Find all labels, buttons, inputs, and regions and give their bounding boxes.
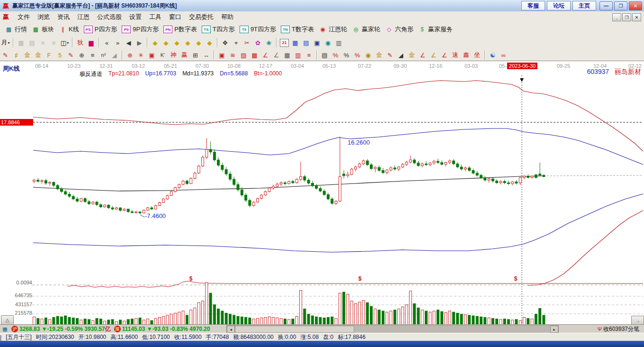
toolbar-item-P四方形[interactable]: PSP四方形 bbox=[84, 25, 117, 34]
su-icon[interactable]: 速 bbox=[450, 50, 460, 60]
grid3-icon[interactable]: ▥ bbox=[293, 50, 303, 60]
grid2-icon[interactable]: ▦ bbox=[282, 50, 292, 60]
menu-item-帮助[interactable]: 帮助 bbox=[217, 12, 237, 22]
playback-last-icon[interactable]: » bbox=[113, 38, 123, 47]
toolbar-item-江恩轮[interactable]: ◉江恩轮 bbox=[319, 25, 347, 34]
calendar-21-icon[interactable]: 21 bbox=[279, 38, 289, 47]
printer-icon[interactable]: ▥ bbox=[334, 38, 344, 47]
diamond-all-icon[interactable]: ◆ bbox=[205, 38, 215, 47]
quotes-grid-icon[interactable]: ▦ bbox=[1, 326, 9, 332]
k-mark-icon[interactable]: K' bbox=[158, 50, 168, 60]
gold-2-icon[interactable]: 金 bbox=[33, 50, 43, 60]
toolbar-item-9T四方形[interactable]: T99T四方形 bbox=[240, 25, 276, 34]
h-measure-icon[interactable]: ↔ bbox=[201, 50, 211, 60]
scrollbar-thumb[interactable] bbox=[235, 326, 354, 333]
box-grid-icon[interactable]: ▣ bbox=[147, 50, 157, 60]
menu-item-工具[interactable]: 工具 bbox=[145, 12, 165, 22]
doc-view-icon[interactable]: ▤ bbox=[27, 38, 37, 47]
angle-f-icon[interactable]: ∠ bbox=[429, 50, 438, 60]
tick-feed-status[interactable]: Ψ 收603937分笔 bbox=[598, 325, 639, 333]
xin-icon[interactable]: 鑫 bbox=[461, 50, 471, 60]
five-tool-icon[interactable]: 5 bbox=[55, 50, 65, 60]
diamond-right-icon[interactable]: ◆ bbox=[161, 38, 171, 47]
angle-gold-icon[interactable]: ∠ bbox=[439, 50, 449, 60]
gold3-icon[interactable]: 金 bbox=[374, 50, 384, 60]
toolbar-item-赢家轮[interactable]: ◎赢家轮 bbox=[352, 25, 380, 34]
save-icon[interactable]: ▣ bbox=[312, 38, 322, 47]
pct1-icon[interactable]: % bbox=[331, 50, 340, 60]
calculator-icon[interactable]: ▦ bbox=[290, 38, 300, 47]
gold-grid-icon[interactable]: ♯ bbox=[11, 50, 21, 60]
pen3-tool-icon[interactable]: ✎ bbox=[385, 50, 395, 60]
kline-marker-icon[interactable]: 狄 bbox=[75, 38, 85, 47]
menu-item-浏览[interactable]: 浏览 bbox=[34, 12, 54, 22]
scroll-right-button[interactable]: → bbox=[631, 316, 644, 325]
toolbar-item-K线[interactable]: ∥K线 bbox=[59, 25, 79, 34]
shen-icon[interactable]: 神 bbox=[169, 50, 179, 60]
toolbar-item-赢家服务[interactable]: $赢家服务 bbox=[418, 25, 453, 34]
menu-item-公式选股[interactable]: 公式选股 bbox=[93, 12, 125, 22]
mdi-close-button[interactable]: ✕ bbox=[632, 13, 641, 21]
bars3-icon[interactable]: ≡ bbox=[38, 38, 48, 47]
pen2-tool-icon[interactable]: ✎ bbox=[66, 50, 76, 60]
ruler-grid-icon[interactable]: ⊞ bbox=[190, 50, 200, 60]
star-grid-icon[interactable]: ✳ bbox=[136, 50, 146, 60]
diamond-cross-icon[interactable]: ◆ bbox=[194, 38, 204, 47]
rays-icon[interactable]: ≋ bbox=[228, 50, 238, 60]
mdi-restore-button[interactable]: ❐ bbox=[622, 13, 631, 21]
flower-teal-icon[interactable]: ❀ bbox=[264, 38, 274, 47]
candle-style-selector[interactable]: ◫▾ bbox=[60, 38, 70, 47]
chart-area[interactable]: $$$16.2600-7.4600 08-1410-2312-3103-1205… bbox=[0, 61, 644, 325]
toolbar-item-行情[interactable]: ▦行情 bbox=[5, 25, 27, 34]
gold-1-icon[interactable]: 金 bbox=[22, 50, 32, 60]
mdi-minimize-button[interactable]: _ bbox=[612, 13, 621, 21]
toolbar-item-T数字表[interactable]: TNT数字表 bbox=[281, 25, 314, 34]
period-selector[interactable]: 月▾ bbox=[0, 38, 10, 47]
close-button[interactable]: ✕ bbox=[629, 1, 642, 10]
yinyang-icon[interactable]: ☯ bbox=[488, 50, 498, 60]
diamond-v-icon[interactable]: ◆ bbox=[183, 38, 193, 47]
gann-circle-icon[interactable]: ⊕ bbox=[125, 50, 135, 60]
menu-item-设置[interactable]: 设置 bbox=[125, 12, 145, 22]
scissors-tool-icon[interactable]: ✂ bbox=[242, 38, 252, 47]
gold4-icon[interactable]: 金 bbox=[407, 50, 417, 60]
angle2-icon[interactable]: ∠ bbox=[271, 50, 281, 60]
grid-view-icon[interactable]: ▦ bbox=[16, 38, 26, 47]
menu-item-江恩[interactable]: 江恩 bbox=[73, 12, 93, 22]
titlebar-button-3[interactable]: 主页 bbox=[572, 1, 596, 10]
diamond-h-icon[interactable]: ◆ bbox=[172, 38, 182, 47]
zoom-out-button[interactable]: △ bbox=[1, 315, 14, 325]
pct3-icon[interactable]: % bbox=[352, 50, 362, 60]
titlebar-button-2[interactable]: 论坛 bbox=[547, 1, 571, 10]
scrollbar-right-arrow[interactable]: ▸ bbox=[550, 326, 558, 333]
chart-globe-icon[interactable]: ◉ bbox=[323, 38, 333, 47]
diamond-left-icon[interactable]: ◆ bbox=[150, 38, 160, 47]
lines-tool-icon[interactable]: ≡ bbox=[88, 50, 98, 60]
wedge-icon[interactable]: ◢ bbox=[109, 50, 119, 60]
menu-item-资讯[interactable]: 资讯 bbox=[54, 12, 73, 22]
menu-item-文件[interactable]: 文件 bbox=[14, 12, 34, 22]
n-square-icon[interactable]: n² bbox=[98, 50, 108, 60]
circle-grid-icon[interactable]: ⊕ bbox=[77, 50, 87, 60]
shade1-icon[interactable]: ▨ bbox=[239, 50, 249, 60]
zuo-icon[interactable]: 坐 bbox=[472, 50, 482, 60]
kline-chart-canvas[interactable]: $$$16.2600-7.4600 bbox=[0, 61, 644, 325]
step-forward-icon[interactable]: ▶ bbox=[134, 38, 144, 47]
restore-button[interactable]: ❐ bbox=[614, 1, 627, 10]
bars9-icon[interactable]: ≡ bbox=[49, 38, 59, 47]
ying-icon[interactable]: 赢 bbox=[179, 50, 189, 60]
infinity-icon[interactable]: ∞ bbox=[499, 50, 509, 60]
menu-item-交易委托[interactable]: 交易委托 bbox=[185, 12, 217, 22]
shade2-icon[interactable]: ▩ bbox=[250, 50, 259, 60]
toolbar-item-9P四方形[interactable]: P99P四方形 bbox=[122, 25, 159, 34]
colored-chart-icon[interactable]: ▆ bbox=[86, 38, 96, 47]
pen-tool-icon[interactable]: ✎ bbox=[0, 50, 10, 60]
angle-j-icon[interactable]: ∠ bbox=[418, 50, 428, 60]
playback-first-icon[interactable]: « bbox=[102, 38, 112, 47]
horizontal-scrollbar[interactable]: ◂ ▸ bbox=[226, 325, 559, 333]
f-tool-icon[interactable]: F bbox=[44, 50, 54, 60]
lines2-icon[interactable]: ≡ bbox=[304, 50, 314, 60]
scrollbar-left-arrow[interactable]: ◂ bbox=[227, 326, 235, 333]
box2-icon[interactable]: ▣ bbox=[217, 50, 227, 60]
toolbar-item-六角形[interactable]: ◇六角形 bbox=[385, 25, 413, 34]
